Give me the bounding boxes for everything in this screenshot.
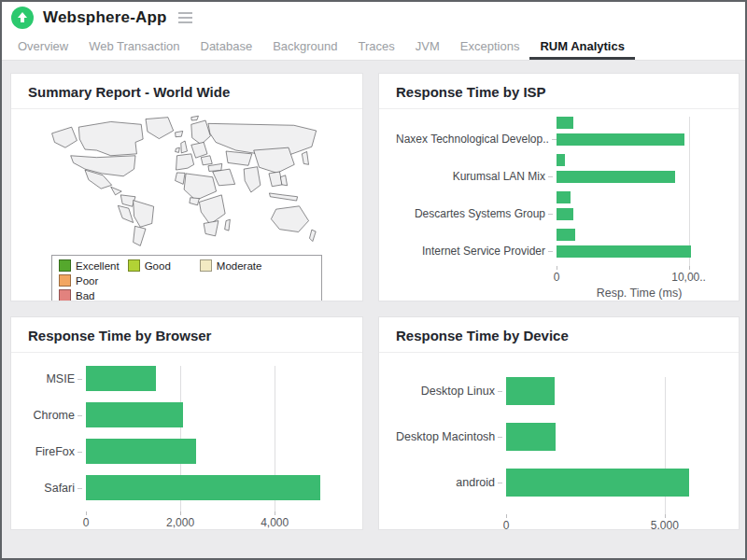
- chart-row: [396, 229, 722, 241]
- legend-label: Poor: [76, 275, 98, 287]
- map-region-balkans[interactable]: [201, 156, 212, 165]
- chart-row: Internet Service Provider: [396, 245, 722, 258]
- firefox-bar[interactable]: [86, 439, 196, 464]
- chart-row: Descartes Systems Group: [396, 207, 722, 220]
- safari-bar[interactable]: [86, 475, 320, 500]
- chrome-bar[interactable]: [86, 402, 183, 427]
- unlabeled-bar[interactable]: [557, 229, 575, 241]
- axis-tick-label: 10,00..: [671, 271, 706, 284]
- map-region-western-europe[interactable]: [176, 154, 194, 170]
- android-bar[interactable]: [506, 469, 689, 497]
- panel-title: Summary Report - World Wide: [11, 74, 362, 109]
- tab-jvm[interactable]: JVM: [405, 33, 450, 60]
- bar-track: [557, 229, 722, 241]
- map-region-turkey[interactable]: [208, 163, 222, 171]
- map-region-central-africa[interactable]: [199, 195, 225, 225]
- map-region-central-europe[interactable]: [191, 142, 207, 158]
- tab-exceptions[interactable]: Exceptions: [450, 33, 530, 60]
- chart-row: android: [396, 469, 722, 497]
- hamburger-menu-icon[interactable]: [178, 12, 192, 23]
- map-region-north-africa[interactable]: [184, 174, 216, 201]
- map-region-usa[interactable]: [71, 156, 135, 176]
- map-region-scandinavia[interactable]: [191, 120, 211, 145]
- axis-tick-label: 5,000: [651, 519, 679, 530]
- unlabeled-bar[interactable]: [557, 191, 571, 203]
- desktop-linux-bar[interactable]: [506, 377, 555, 405]
- map-region-south-africa[interactable]: [204, 221, 218, 236]
- tab-rum-analytics[interactable]: RUM Analytics: [529, 33, 635, 60]
- map-region-india[interactable]: [244, 167, 261, 192]
- tab-overview[interactable]: Overview: [7, 33, 78, 60]
- dashboard-content: Summary Report - World Wide: [2, 61, 745, 530]
- map-region-australia[interactable]: [271, 206, 308, 232]
- map-region-central-asia[interactable]: [226, 151, 252, 165]
- map-region-greenland[interactable]: [146, 118, 174, 139]
- legend-label: Good: [145, 260, 171, 272]
- device-bar-chart: Desktop LinuxDesktop Macintoshandroid05,…: [379, 377, 739, 530]
- map-region-ireland[interactable]: [176, 147, 180, 152]
- category-label: Internet Service Provider: [396, 245, 557, 258]
- map-region-canada[interactable]: [78, 121, 143, 155]
- map-legend: ExcellentGoodModeratePoorBad: [51, 255, 322, 301]
- map-region-new-zealand[interactable]: [309, 230, 316, 241]
- map-region-brazil[interactable]: [134, 201, 154, 228]
- tab-traces[interactable]: Traces: [348, 33, 405, 60]
- app-title: Websphere-App: [43, 8, 167, 27]
- map-region-vietnam[interactable]: [280, 175, 287, 186]
- legend-item-moderate: Moderate: [200, 259, 262, 272]
- unlabeled-bar[interactable]: [557, 154, 565, 166]
- kurumsal-lan-mix-bar[interactable]: [557, 171, 675, 183]
- map-region-argentina[interactable]: [134, 226, 146, 245]
- msie-bar[interactable]: [86, 366, 156, 391]
- bar-track: [86, 475, 345, 500]
- bar-track: [506, 377, 722, 405]
- bar-track: [557, 117, 722, 129]
- bar-track: [557, 171, 722, 183]
- chart-row: [396, 154, 722, 166]
- legend-swatch-bad: [59, 289, 71, 301]
- internet-service-provider-bar[interactable]: [557, 245, 691, 258]
- naxex-technological-develop-bar[interactable]: [557, 133, 684, 146]
- world-map[interactable]: [44, 114, 330, 249]
- legend-swatch-good: [128, 259, 140, 272]
- map-region-china[interactable]: [254, 147, 295, 173]
- category-label: MSIE: [28, 372, 86, 385]
- descartes-systems-group-bar[interactable]: [557, 208, 573, 220]
- map-region-central-america[interactable]: [111, 187, 121, 195]
- app-window: Websphere-App OverviewWeb TransactionDat…: [0, 0, 747, 560]
- panel-title: Response Time by ISP: [379, 74, 739, 109]
- x-axis-label: Resp. Time (ms): [557, 287, 722, 301]
- map-region-svalbard[interactable]: [191, 116, 199, 120]
- bar-track: [506, 469, 722, 497]
- map-region-morocco[interactable]: [176, 173, 186, 184]
- tab-background[interactable]: Background: [262, 33, 347, 60]
- map-region-southeast-asia[interactable]: [269, 172, 282, 187]
- axis-tick-label: 0: [83, 516, 90, 529]
- legend-item-good: Good: [128, 259, 171, 272]
- map-region-peru[interactable]: [118, 205, 133, 222]
- map-region-west-africa[interactable]: [190, 198, 200, 205]
- chart-row: Naxex Technological Develop..: [396, 133, 722, 146]
- axis-tick-mark: [180, 511, 181, 515]
- category-label: Kurumsal LAN Mix: [396, 170, 557, 183]
- x-axis: 02,0004,000: [28, 511, 345, 530]
- desktop-macintosh-bar[interactable]: [506, 423, 556, 451]
- legend-swatch-moderate: [200, 259, 212, 272]
- chart-row: Kurumsal LAN Mix: [396, 170, 722, 183]
- map-region-alaska[interactable]: [52, 127, 78, 147]
- tab-database[interactable]: Database: [190, 33, 263, 60]
- unlabeled-bar[interactable]: [557, 117, 573, 129]
- chart-row: [396, 117, 722, 129]
- map-region-madagascar[interactable]: [225, 219, 231, 231]
- map-region-japan[interactable]: [302, 151, 308, 164]
- map-region-middle-east[interactable]: [213, 169, 235, 186]
- tab-web-transaction[interactable]: Web Transaction: [78, 33, 190, 60]
- x-axis: 010,00..: [396, 266, 722, 285]
- panel-response-time-browser: Response Time by Browser MSIEChromeFireF…: [10, 316, 363, 530]
- bar-track: [86, 366, 345, 391]
- map-region-indonesia[interactable]: [269, 193, 297, 201]
- map-region-uk[interactable]: [181, 141, 188, 153]
- x-axis: 05,000: [396, 514, 722, 530]
- axis-tick-mark: [689, 266, 690, 270]
- map-region-iceland[interactable]: [176, 131, 183, 136]
